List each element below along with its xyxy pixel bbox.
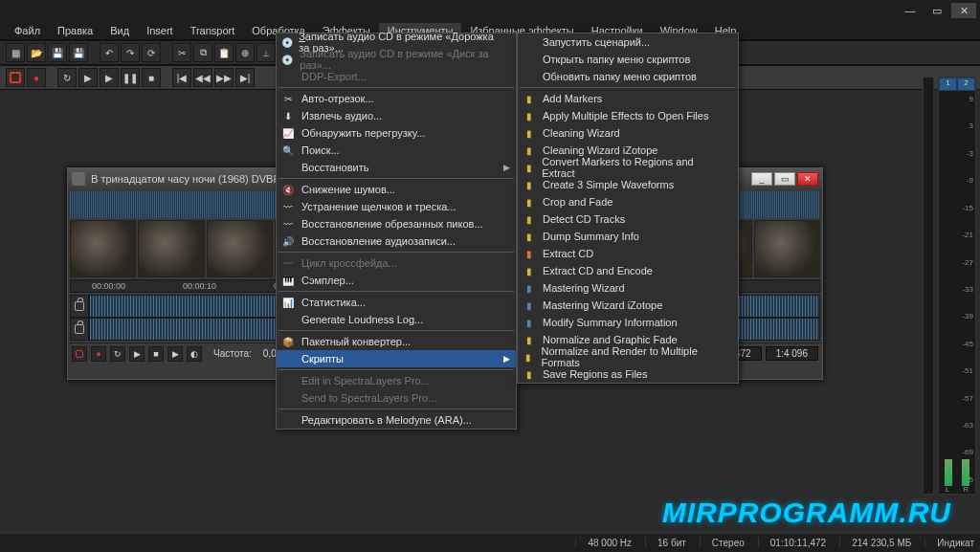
mini-record-arm[interactable] <box>72 346 87 362</box>
menu-вид[interactable]: Вид <box>101 23 138 38</box>
meter-panel[interactable]: 1 2 93-3-9-15-21-27-33-39-45-51-57-63-69… <box>938 77 976 495</box>
menu-item[interactable]: ▮Save Regions as Files <box>518 365 738 383</box>
menu-item-label: Запустить сценарий... <box>543 36 650 48</box>
open-button[interactable]: 📂 <box>27 43 46 62</box>
rewind-button[interactable]: ◀◀ <box>193 68 212 87</box>
menu-item-label: Открыть папку меню скриптов <box>543 54 690 65</box>
menu-item[interactable]: ▮Apply Multiple Effects to Open Files <box>518 107 738 124</box>
menu-item[interactable]: ▮Extract CD <box>518 245 738 262</box>
stop-button[interactable]: ■ <box>142 68 161 87</box>
mini-loop[interactable]: ↻ <box>110 346 125 362</box>
menu-item-icon: ▮ <box>522 332 537 347</box>
menu-item-icon: 💿 <box>280 34 293 50</box>
paste-button[interactable]: 📋 <box>214 43 234 62</box>
menu-item[interactable]: ✂Авто-отрезок... <box>277 90 516 107</box>
forward-button[interactable]: ▶▶ <box>214 68 234 87</box>
mini-play[interactable]: ▶ <box>129 346 145 362</box>
menu-item[interactable]: ▮Mastering Wizard <box>518 279 738 297</box>
menu-item[interactable]: 🎹Сэмплер... <box>277 272 516 289</box>
record-button[interactable]: ● <box>27 68 46 87</box>
menu-item[interactable]: 🔊Восстановление аудиозаписи... <box>277 232 516 250</box>
redo-button[interactable]: ↷ <box>121 43 140 62</box>
play-all-button[interactable]: ▶ <box>100 68 119 87</box>
go-start-button[interactable]: |◀ <box>172 68 191 87</box>
menu-item[interactable]: ▮Detect CD Tracks <box>518 210 738 228</box>
menu-item[interactable]: Открыть папку меню скриптов <box>518 51 738 68</box>
mix-button[interactable]: ⊕ <box>235 43 255 62</box>
status-bitdepth: 16 бит <box>645 538 686 548</box>
menu-item[interactable]: 📦Пакетный конвертер... <box>277 333 516 350</box>
menu-item[interactable]: ▮Convert Markers to Regions and Extract <box>518 159 738 176</box>
repeat-button[interactable]: ⟳ <box>142 43 161 62</box>
menu-item[interactable]: Редактировать в Melodyne (ARA)... <box>277 411 516 429</box>
cut-button[interactable]: ✂ <box>172 43 191 62</box>
menu-item-icon <box>280 351 296 366</box>
menu-insert[interactable]: Insert <box>138 23 182 38</box>
trim-button[interactable]: ⟂ <box>256 43 276 62</box>
menu-item-label: Edit in SpectraLayers Pro... <box>301 375 430 386</box>
menu-item[interactable]: ▮Dump Summary Info <box>518 228 738 245</box>
meter-panel-narrow[interactable] <box>923 77 934 495</box>
menu-правка[interactable]: Правка <box>49 23 101 38</box>
menu-item-icon <box>280 373 296 388</box>
mini-play2[interactable]: ▶ <box>167 346 183 362</box>
menu-item: Send to SpectraLayers Pro... <box>277 389 516 407</box>
save-button[interactable]: 💾 <box>48 43 67 62</box>
lock-icon[interactable] <box>70 295 89 318</box>
menu-item-icon <box>522 69 537 84</box>
menu-item[interactable]: 〰Устранение щелчков и треска... <box>277 198 516 215</box>
menu-item[interactable]: ▮Extract CD and Encode <box>518 262 738 279</box>
menu-item[interactable]: ▮Create 3 Simple Waveforms <box>518 176 738 193</box>
status-length: 01:10:11,472 <box>758 538 826 548</box>
menu-item[interactable]: Восстановить▶ <box>277 159 516 176</box>
menu-item-icon: ▮ <box>522 125 537 141</box>
menu-item[interactable]: Запустить сценарий... <box>518 33 738 51</box>
pause-button[interactable]: ❚❚ <box>121 68 140 87</box>
new-button[interactable]: ▦ <box>6 43 25 62</box>
editor-close-button[interactable]: ✕ <box>797 172 818 186</box>
menu-item[interactable]: Generate Loudness Log... <box>277 311 516 328</box>
lock-icon[interactable] <box>70 318 89 341</box>
menu-item[interactable]: 〰Восстановление обрезанных пиков... <box>277 215 516 232</box>
menu-item-label: Mastering Wizard iZotope <box>543 299 662 311</box>
menu-item[interactable]: 🔇Снижение шумов... <box>277 181 516 198</box>
menu-item[interactable]: ▮Cleaning Wizard <box>518 124 738 142</box>
play-button[interactable]: ▶ <box>78 68 98 87</box>
menu-item[interactable]: ▮Normalize and Render to Multiple Format… <box>518 348 738 365</box>
record-arm-button[interactable] <box>6 68 25 87</box>
timecode-sel[interactable]: 1:4 096 <box>766 346 818 361</box>
save-as-button[interactable]: 💾 <box>69 43 88 62</box>
menu-item[interactable]: ▮Crop and Fade <box>518 193 738 210</box>
menu-item[interactable]: 📊Статистика... <box>277 294 516 311</box>
menu-transport[interactable]: Transport <box>182 23 244 38</box>
menu-item-icon: ▮ <box>522 246 537 261</box>
minimize-button[interactable]: — <box>898 3 923 18</box>
menu-item[interactable]: 📈Обнаружить перегрузку... <box>277 124 516 142</box>
menu-item-icon: 💿 <box>280 52 294 67</box>
menu-item-icon <box>280 312 296 327</box>
menu-файл[interactable]: Файл <box>6 23 49 38</box>
menu-item-icon: 📊 <box>280 295 296 310</box>
editor-minimize-button[interactable]: _ <box>751 172 772 186</box>
menu-item-icon: ▮ <box>522 108 537 123</box>
maximize-button[interactable]: ▭ <box>924 3 949 18</box>
loop-play-button[interactable]: ↻ <box>57 68 77 87</box>
menu-item[interactable]: 🔍Поиск... <box>277 142 516 159</box>
menu-item[interactable]: ▮Mastering Wizard iZotope <box>518 297 738 314</box>
mini-stop[interactable]: ■ <box>148 346 164 362</box>
editor-maximize-button[interactable]: ▭ <box>774 172 795 186</box>
mini-record[interactable]: ● <box>91 346 106 362</box>
copy-button[interactable]: ⧉ <box>193 43 212 62</box>
menu-item-label: Dump Summary Info <box>543 231 639 242</box>
menu-item: DDP-Export... <box>277 68 516 85</box>
go-end-button[interactable]: ▶| <box>235 68 255 87</box>
scripts-submenu: Запустить сценарий...Открыть папку меню … <box>517 33 739 384</box>
mini-scrub[interactable]: ◐ <box>187 346 202 362</box>
menu-item[interactable]: ▮Add Markers <box>518 90 738 107</box>
close-button[interactable]: ✕ <box>951 3 976 18</box>
menu-item[interactable]: ⬇Извлечь аудио... <box>277 107 516 124</box>
menu-item[interactable]: Скрипты▶ <box>277 350 516 367</box>
undo-button[interactable]: ↶ <box>100 43 119 62</box>
menu-item[interactable]: ▮Modify Summary Information <box>518 314 738 331</box>
menu-item[interactable]: Обновить папку меню скриптов <box>518 68 738 85</box>
